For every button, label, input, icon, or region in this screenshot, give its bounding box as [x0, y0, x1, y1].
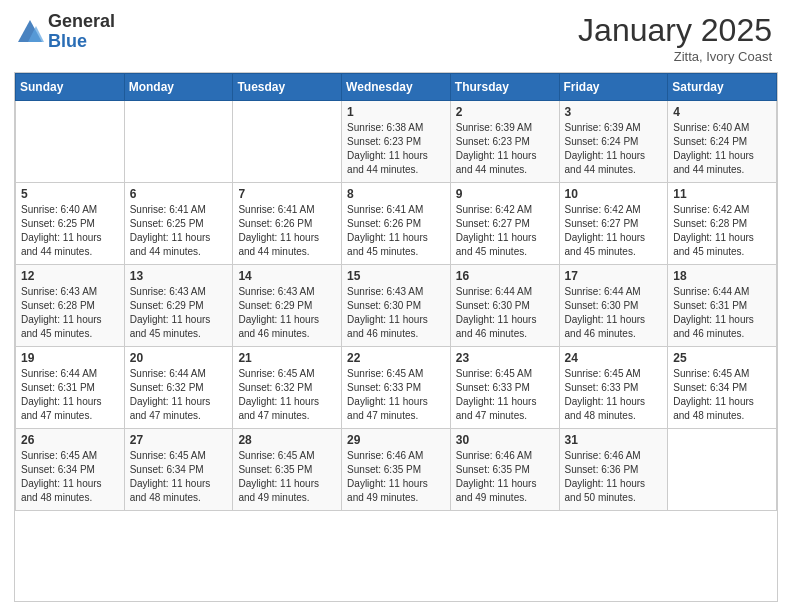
day-number: 27 — [130, 433, 228, 447]
weekday-header: Tuesday — [233, 74, 342, 101]
calendar-cell: 6Sunrise: 6:41 AMSunset: 6:25 PMDaylight… — [124, 183, 233, 265]
calendar-cell: 19Sunrise: 6:44 AMSunset: 6:31 PMDayligh… — [16, 347, 125, 429]
day-number: 19 — [21, 351, 119, 365]
calendar-cell: 20Sunrise: 6:44 AMSunset: 6:32 PMDayligh… — [124, 347, 233, 429]
day-info: Sunrise: 6:44 AMSunset: 6:31 PMDaylight:… — [21, 367, 119, 423]
calendar-cell: 13Sunrise: 6:43 AMSunset: 6:29 PMDayligh… — [124, 265, 233, 347]
calendar-cell: 2Sunrise: 6:39 AMSunset: 6:23 PMDaylight… — [450, 101, 559, 183]
day-info: Sunrise: 6:45 AMSunset: 6:33 PMDaylight:… — [347, 367, 445, 423]
title-block: January 2025 Zitta, Ivory Coast — [578, 12, 772, 64]
calendar-cell: 9Sunrise: 6:42 AMSunset: 6:27 PMDaylight… — [450, 183, 559, 265]
day-info: Sunrise: 6:43 AMSunset: 6:28 PMDaylight:… — [21, 285, 119, 341]
calendar-cell: 15Sunrise: 6:43 AMSunset: 6:30 PMDayligh… — [342, 265, 451, 347]
logo-icon — [16, 18, 44, 46]
calendar-cell: 3Sunrise: 6:39 AMSunset: 6:24 PMDaylight… — [559, 101, 668, 183]
day-info: Sunrise: 6:41 AMSunset: 6:26 PMDaylight:… — [347, 203, 445, 259]
day-number: 15 — [347, 269, 445, 283]
calendar-cell: 16Sunrise: 6:44 AMSunset: 6:30 PMDayligh… — [450, 265, 559, 347]
day-info: Sunrise: 6:46 AMSunset: 6:35 PMDaylight:… — [456, 449, 554, 505]
calendar-cell — [124, 101, 233, 183]
day-info: Sunrise: 6:45 AMSunset: 6:35 PMDaylight:… — [238, 449, 336, 505]
day-number: 20 — [130, 351, 228, 365]
calendar-week-row: 1Sunrise: 6:38 AMSunset: 6:23 PMDaylight… — [16, 101, 777, 183]
day-info: Sunrise: 6:46 AMSunset: 6:35 PMDaylight:… — [347, 449, 445, 505]
day-info: Sunrise: 6:39 AMSunset: 6:24 PMDaylight:… — [565, 121, 663, 177]
calendar-cell: 7Sunrise: 6:41 AMSunset: 6:26 PMDaylight… — [233, 183, 342, 265]
day-number: 11 — [673, 187, 771, 201]
day-info: Sunrise: 6:40 AMSunset: 6:25 PMDaylight:… — [21, 203, 119, 259]
day-number: 25 — [673, 351, 771, 365]
calendar-cell — [16, 101, 125, 183]
weekday-header: Thursday — [450, 74, 559, 101]
calendar-cell: 28Sunrise: 6:45 AMSunset: 6:35 PMDayligh… — [233, 429, 342, 511]
calendar-header: SundayMondayTuesdayWednesdayThursdayFrid… — [16, 74, 777, 101]
day-number: 16 — [456, 269, 554, 283]
day-number: 24 — [565, 351, 663, 365]
calendar-cell: 24Sunrise: 6:45 AMSunset: 6:33 PMDayligh… — [559, 347, 668, 429]
calendar-week-row: 26Sunrise: 6:45 AMSunset: 6:34 PMDayligh… — [16, 429, 777, 511]
day-info: Sunrise: 6:39 AMSunset: 6:23 PMDaylight:… — [456, 121, 554, 177]
month-title: January 2025 — [578, 12, 772, 49]
day-info: Sunrise: 6:44 AMSunset: 6:30 PMDaylight:… — [565, 285, 663, 341]
calendar-cell — [668, 429, 777, 511]
logo: General Blue — [16, 12, 115, 52]
day-info: Sunrise: 6:45 AMSunset: 6:34 PMDaylight:… — [673, 367, 771, 423]
day-number: 5 — [21, 187, 119, 201]
day-info: Sunrise: 6:41 AMSunset: 6:25 PMDaylight:… — [130, 203, 228, 259]
day-number: 7 — [238, 187, 336, 201]
calendar-week-row: 12Sunrise: 6:43 AMSunset: 6:28 PMDayligh… — [16, 265, 777, 347]
location: Zitta, Ivory Coast — [578, 49, 772, 64]
calendar-cell — [233, 101, 342, 183]
day-info: Sunrise: 6:43 AMSunset: 6:29 PMDaylight:… — [130, 285, 228, 341]
day-number: 14 — [238, 269, 336, 283]
day-info: Sunrise: 6:38 AMSunset: 6:23 PMDaylight:… — [347, 121, 445, 177]
day-number: 31 — [565, 433, 663, 447]
calendar-cell: 30Sunrise: 6:46 AMSunset: 6:35 PMDayligh… — [450, 429, 559, 511]
day-number: 3 — [565, 105, 663, 119]
day-info: Sunrise: 6:45 AMSunset: 6:33 PMDaylight:… — [565, 367, 663, 423]
day-info: Sunrise: 6:42 AMSunset: 6:27 PMDaylight:… — [565, 203, 663, 259]
day-info: Sunrise: 6:44 AMSunset: 6:30 PMDaylight:… — [456, 285, 554, 341]
day-number: 22 — [347, 351, 445, 365]
day-number: 1 — [347, 105, 445, 119]
day-info: Sunrise: 6:44 AMSunset: 6:32 PMDaylight:… — [130, 367, 228, 423]
day-info: Sunrise: 6:41 AMSunset: 6:26 PMDaylight:… — [238, 203, 336, 259]
weekday-header: Wednesday — [342, 74, 451, 101]
calendar-table: SundayMondayTuesdayWednesdayThursdayFrid… — [15, 73, 777, 511]
weekday-row: SundayMondayTuesdayWednesdayThursdayFrid… — [16, 74, 777, 101]
calendar-cell: 17Sunrise: 6:44 AMSunset: 6:30 PMDayligh… — [559, 265, 668, 347]
calendar-cell: 18Sunrise: 6:44 AMSunset: 6:31 PMDayligh… — [668, 265, 777, 347]
day-number: 29 — [347, 433, 445, 447]
calendar-cell: 27Sunrise: 6:45 AMSunset: 6:34 PMDayligh… — [124, 429, 233, 511]
calendar-cell: 25Sunrise: 6:45 AMSunset: 6:34 PMDayligh… — [668, 347, 777, 429]
day-number: 8 — [347, 187, 445, 201]
day-info: Sunrise: 6:42 AMSunset: 6:27 PMDaylight:… — [456, 203, 554, 259]
logo-general: General — [48, 12, 115, 32]
calendar-cell: 22Sunrise: 6:45 AMSunset: 6:33 PMDayligh… — [342, 347, 451, 429]
calendar-cell: 5Sunrise: 6:40 AMSunset: 6:25 PMDaylight… — [16, 183, 125, 265]
day-number: 17 — [565, 269, 663, 283]
logo-blue: Blue — [48, 32, 115, 52]
calendar-cell: 11Sunrise: 6:42 AMSunset: 6:28 PMDayligh… — [668, 183, 777, 265]
day-number: 2 — [456, 105, 554, 119]
header: General Blue January 2025 Zitta, Ivory C… — [0, 0, 792, 72]
calendar-cell: 29Sunrise: 6:46 AMSunset: 6:35 PMDayligh… — [342, 429, 451, 511]
day-number: 9 — [456, 187, 554, 201]
day-number: 26 — [21, 433, 119, 447]
calendar-cell: 4Sunrise: 6:40 AMSunset: 6:24 PMDaylight… — [668, 101, 777, 183]
calendar-cell: 10Sunrise: 6:42 AMSunset: 6:27 PMDayligh… — [559, 183, 668, 265]
calendar-cell: 23Sunrise: 6:45 AMSunset: 6:33 PMDayligh… — [450, 347, 559, 429]
day-number: 30 — [456, 433, 554, 447]
day-number: 13 — [130, 269, 228, 283]
logo-text: General Blue — [48, 12, 115, 52]
calendar-cell: 21Sunrise: 6:45 AMSunset: 6:32 PMDayligh… — [233, 347, 342, 429]
calendar-week-row: 5Sunrise: 6:40 AMSunset: 6:25 PMDaylight… — [16, 183, 777, 265]
day-info: Sunrise: 6:40 AMSunset: 6:24 PMDaylight:… — [673, 121, 771, 177]
calendar-cell: 8Sunrise: 6:41 AMSunset: 6:26 PMDaylight… — [342, 183, 451, 265]
calendar-week-row: 19Sunrise: 6:44 AMSunset: 6:31 PMDayligh… — [16, 347, 777, 429]
weekday-header: Friday — [559, 74, 668, 101]
day-info: Sunrise: 6:42 AMSunset: 6:28 PMDaylight:… — [673, 203, 771, 259]
day-info: Sunrise: 6:45 AMSunset: 6:34 PMDaylight:… — [21, 449, 119, 505]
day-number: 21 — [238, 351, 336, 365]
calendar-cell: 12Sunrise: 6:43 AMSunset: 6:28 PMDayligh… — [16, 265, 125, 347]
